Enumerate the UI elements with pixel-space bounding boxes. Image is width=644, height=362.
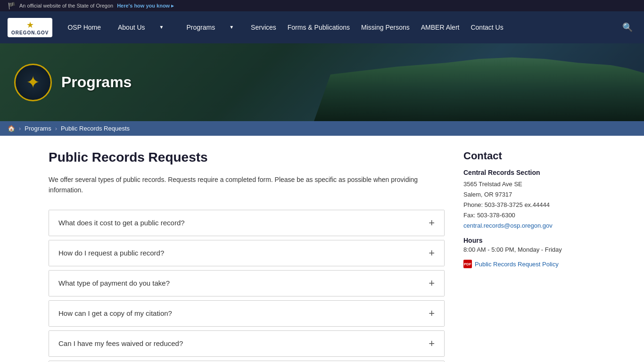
accordion-item-payment: What type of payment do you take? + [49, 270, 445, 296]
contact-address: 3565 Trelstad Ave SE Salem, OR 97317 Pho… [463, 179, 595, 231]
nav-item-forms-publications[interactable]: Forms & Publications [282, 11, 355, 43]
nav-item-contact-us[interactable]: Contact Us [465, 11, 509, 43]
contact-us-link[interactable]: Contact Us [465, 11, 509, 43]
main-navigation: ★ OREGON.GOV OSP Home About Us ▼ Program… [0, 11, 644, 43]
accordion-item-how-request: How do I request a public record? + [49, 240, 445, 266]
nav-item-amber-alert[interactable]: AMBER Alert [415, 11, 465, 43]
contact-hours-title: Hours [463, 237, 595, 244]
programs-breadcrumb-link[interactable]: Programs [25, 125, 51, 132]
accordion-question-how-request: How do I request a public record? [58, 249, 164, 257]
state-flag-icon: 🏴 [8, 2, 16, 9]
accordion-question-cost: What does it cost to get a public record… [58, 219, 185, 227]
programs-link[interactable]: Programs ▼ [175, 11, 246, 43]
osp-badge: ✦ [14, 64, 52, 101]
contact-title: Contact [463, 150, 595, 162]
top-bar: 🏴 An official website of the State of Or… [0, 0, 644, 11]
accordion-expand-icon-payment: + [429, 278, 435, 288]
breadcrumb: 🏠 › Programs › Public Records Requests [0, 121, 644, 136]
hero-title: Programs [61, 74, 132, 91]
accordion-item-cost: What does it cost to get a public record… [49, 210, 445, 236]
accordion-item-citation: How can I get a copy of my citation? + [49, 300, 445, 327]
accordion-header-payment[interactable]: What type of payment do you take? + [49, 271, 444, 296]
content-area: Public Records Requests We offer several… [49, 150, 445, 362]
badge-star-icon: ✦ [26, 73, 40, 92]
contact-hours-text: 8:00 AM - 5:00 PM, Monday - Friday [463, 246, 595, 253]
accordion-expand-icon-how-request: + [429, 248, 435, 258]
address-line2: Salem, OR 97317 [463, 191, 512, 198]
contact-section-name: Central Records Section [463, 169, 595, 176]
home-icon: 🏠 [8, 125, 15, 132]
home-breadcrumb-link[interactable]: 🏠 [8, 125, 15, 132]
osp-home-link[interactable]: OSP Home [62, 11, 107, 43]
accordion-item-waived: Can I have my fees waived or reduced? + [49, 330, 445, 357]
page-title: Public Records Requests [49, 150, 445, 165]
logo-text: OREGON.GOV [11, 30, 49, 35]
nav-item-services[interactable]: Services [245, 11, 282, 43]
nav-item-osp-home[interactable]: OSP Home [62, 11, 107, 43]
missing-persons-link[interactable]: Missing Persons [355, 11, 415, 43]
sidebar: Contact Central Records Section 3565 Tre… [463, 150, 595, 362]
breadcrumb-separator-2: › [55, 125, 57, 132]
email-link[interactable]: central.records@osp.oregon.gov [463, 222, 553, 229]
logo-star-icon: ★ [26, 20, 34, 30]
search-icon[interactable]: 🔍 [619, 22, 636, 33]
accordion-question-payment: What type of payment do you take? [58, 279, 170, 287]
accordion-header-cost[interactable]: What does it cost to get a public record… [49, 210, 444, 236]
about-us-chevron-icon: ▼ [154, 11, 170, 43]
accordion-header-waived[interactable]: Can I have my fees waived or reduced? + [49, 331, 444, 356]
accordion-question-waived: Can I have my fees waived or reduced? [58, 339, 183, 347]
main-container: Public Records Requests We offer several… [39, 150, 605, 362]
services-link[interactable]: Services [245, 11, 282, 43]
forms-publications-link[interactable]: Forms & Publications [282, 11, 355, 43]
accordion-expand-icon-cost: + [429, 218, 435, 228]
pdf-icon: PDF [463, 260, 472, 268]
address-line1: 3565 Trelstad Ave SE [463, 181, 522, 188]
hero-section: ✦ Programs [0, 43, 644, 121]
accordion-expand-icon-waived: + [429, 338, 435, 349]
about-us-link[interactable]: About Us ▼ [107, 11, 175, 43]
pdf-policy-link[interactable]: PDF Public Records Request Policy [463, 260, 595, 268]
how-you-know-link[interactable]: Here's how you know ▸ [117, 3, 174, 9]
nav-items-list: OSP Home About Us ▼ Programs ▼ Services … [62, 11, 619, 43]
official-text: An official website of the State of Oreg… [19, 3, 113, 8]
nav-item-about-us[interactable]: About Us ▼ [107, 11, 175, 43]
amber-alert-link[interactable]: AMBER Alert [415, 11, 465, 43]
nav-item-missing-persons[interactable]: Missing Persons [355, 11, 415, 43]
phone-number: Phone: 503-378-3725 ex.44444 [463, 201, 550, 208]
oregon-gov-logo[interactable]: ★ OREGON.GOV [8, 18, 52, 37]
current-breadcrumb: Public Records Requests [61, 125, 130, 132]
contact-box: Contact Central Records Section 3565 Tre… [463, 150, 595, 268]
accordion-header-citation[interactable]: How can I get a copy of my citation? + [49, 301, 444, 326]
programs-chevron-icon: ▼ [223, 11, 239, 43]
intro-paragraph: We offer several types of public records… [49, 174, 445, 196]
accordion-question-citation: How can I get a copy of my citation? [58, 309, 172, 317]
fax-number: Fax: 503-378-6300 [463, 212, 515, 219]
pdf-link-text: Public Records Request Policy [475, 261, 559, 268]
nav-item-programs[interactable]: Programs ▼ [175, 11, 246, 43]
accordion-header-how-request[interactable]: How do I request a public record? + [49, 240, 444, 266]
breadcrumb-separator-1: › [19, 125, 21, 132]
accordion-expand-icon-citation: + [429, 308, 435, 319]
